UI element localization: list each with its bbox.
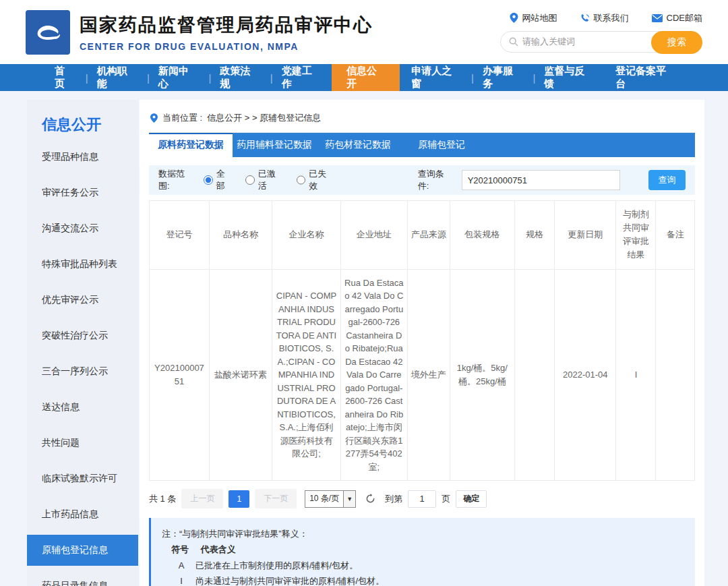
sidebar-item-marketed-drugs[interactable]: 上市药品信息	[27, 499, 138, 530]
nav-item-applicant-window[interactable]: 申请人之窗	[400, 64, 471, 91]
radio-all-label: 全部	[216, 168, 234, 192]
breadcrumb-pin-icon	[150, 113, 158, 123]
site-title: 国家药品监督管理局药品审评中心	[80, 13, 373, 37]
radio-activated[interactable]: 已激活	[245, 168, 284, 192]
tab-raw-aux-pack[interactable]: 原辅包登记	[400, 133, 483, 157]
tab-bar: 原料药登记数据 药用辅料登记数据 药包材登记数据 原辅包登记	[149, 133, 695, 157]
breadcrumb: 当前位置 : 信息公开 > > 原辅包登记信息	[149, 108, 695, 133]
sidebar-item-communication[interactable]: 沟通交流公示	[27, 213, 138, 244]
query-label: 查询条件:	[418, 168, 455, 192]
cell-joint-review-result: I	[616, 269, 656, 481]
col-spec: 规格	[514, 201, 554, 270]
query-input[interactable]	[462, 170, 620, 190]
nav-item-functions[interactable]: 机构职能	[86, 64, 147, 91]
nav-item-news[interactable]: 新闻中心	[147, 64, 208, 91]
col-company-address: 企业地址	[340, 201, 407, 270]
note-col-meaning: 代表含义	[201, 544, 236, 554]
cell-update-date: 2022-01-04	[555, 269, 616, 481]
refresh-icon	[365, 494, 375, 504]
nav-item-policies[interactable]: 政策法规	[208, 64, 270, 91]
cell-packaging-spec: 1kg/桶。5kg/桶。25kg/桶	[450, 269, 514, 481]
note-entry-i: I 尚未通过与制剂共同审评审批的原料/辅料/包材。	[162, 573, 684, 586]
col-variety-name: 品种名称	[209, 201, 272, 270]
goto-page-input[interactable]	[408, 490, 436, 508]
nav-item-home[interactable]: 首页	[43, 64, 86, 91]
location-pin-icon	[510, 13, 518, 23]
sidebar-title: 信息公开	[27, 115, 138, 135]
note-title: 注：“与制剂共同审评审批结果”释义：	[162, 526, 684, 541]
confirm-button[interactable]: 确定	[456, 490, 487, 508]
nav-item-services[interactable]: 办事服务	[471, 64, 533, 91]
sitemap-link[interactable]: 网站地图	[510, 12, 557, 24]
sidebar-item-review-tasks[interactable]: 审评任务公示	[27, 177, 138, 208]
cell-remarks	[656, 269, 695, 481]
content-band: 信息公开 受理品种信息 审评任务公示 沟通交流公示 特殊审批品种列表 优先审评公…	[0, 91, 728, 586]
sidebar-item-priority-review[interactable]: 优先审评公示	[27, 285, 138, 316]
sidebar-item-breakthrough-therapy[interactable]: 突破性治疗公示	[27, 320, 138, 351]
tab-api-registration[interactable]: 原料药登记数据	[149, 133, 233, 157]
sidebar-item-raw-material-registration[interactable]: 原辅包登记信息	[27, 535, 138, 566]
main-nav: 首页 机构职能 新闻中心 政策法规 党建工作 信息公开 申请人之窗 办事服务 监…	[0, 64, 728, 91]
nav-item-registration-platform[interactable]: 登记备案平台	[604, 64, 685, 91]
note-col-symbol: 符号	[171, 544, 189, 554]
note-columns: 符号 代表含义	[162, 541, 684, 557]
phone-icon	[580, 13, 590, 23]
goto-label: 到第	[385, 493, 402, 505]
sidebar-item-accepted-varieties[interactable]: 受理品种信息	[27, 142, 138, 173]
page-1-button[interactable]: 1	[229, 490, 249, 508]
sidebar-item-common-issues[interactable]: 共性问题	[27, 428, 138, 459]
radio-expired[interactable]: 已失效	[297, 168, 335, 192]
breadcrumb-prefix: 当前位置 :	[162, 112, 202, 124]
nav-item-party[interactable]: 党建工作	[270, 64, 332, 91]
note-box: 注：“与制剂共同审评审批结果”释义： 符号 代表含义 A 已批准在上市制剂使用的…	[149, 518, 695, 586]
note-symbol-i: I	[177, 573, 186, 586]
note-meaning-i: 尚未通过与制剂共同审评审批的原料/辅料/包材。	[195, 573, 384, 586]
mailbox-label: CDE邮箱	[667, 12, 702, 24]
mailbox-link[interactable]: CDE邮箱	[652, 12, 702, 24]
radio-expired-input[interactable]	[297, 175, 306, 185]
sidebar: 信息公开 受理品种信息 审评任务公示 沟通交流公示 特殊审批品种列表 优先审评公…	[27, 100, 138, 586]
envelope-icon	[652, 14, 663, 22]
site-header: 国家药品监督管理局药品审评中心 CENTER FOR DRUG EVALUATI…	[0, 0, 728, 64]
tab-excipient-registration[interactable]: 药用辅料登记数据	[233, 133, 316, 157]
total-count: 共 1 条	[149, 493, 176, 505]
results-table: 登记号 品种名称 企业名称 企业地址 产品来源 包装规格 规格 更新日期 与制剂…	[149, 200, 695, 481]
pagination: 共 1 条 上一页 1 下一页 10 条/页 ▼ 到第 页 确定	[149, 489, 695, 508]
nav-item-supervision[interactable]: 监督与反馈	[533, 64, 604, 91]
prev-page-button[interactable]: 上一页	[181, 489, 223, 508]
table-header-row: 登记号 品种名称 企业名称 企业地址 产品来源 包装规格 规格 更新日期 与制剂…	[150, 201, 695, 270]
sidebar-item-clinical-trial-license[interactable]: 临床试验默示许可	[27, 463, 138, 494]
refresh-button[interactable]	[365, 494, 375, 504]
note-symbol-a: A	[177, 558, 186, 573]
page-size-select[interactable]: 10 条/页 ▼	[305, 490, 356, 508]
search-icon	[509, 37, 518, 47]
sidebar-item-delivery-info[interactable]: 送达信息	[27, 392, 138, 423]
page-unit-label: 页	[442, 493, 450, 505]
radio-expired-label: 已失效	[309, 168, 334, 192]
col-packaging-spec: 包装规格	[450, 201, 514, 270]
radio-activated-input[interactable]	[245, 175, 255, 185]
cde-logo-icon	[30, 15, 65, 50]
cell-company-address: Rua Da Estacao 42 Vala Do Carregado Port…	[340, 269, 407, 481]
radio-all[interactable]: 全部	[204, 168, 233, 192]
nav-item-info-disclosure[interactable]: 信息公开	[332, 64, 400, 91]
note-meaning-a: 已批准在上市制剂使用的原料/辅料/包材。	[195, 558, 358, 573]
sidebar-item-special-approval[interactable]: 特殊审批品种列表	[27, 249, 138, 280]
sitemap-label: 网站地图	[522, 12, 557, 24]
radio-activated-label: 已激活	[258, 168, 284, 192]
sidebar-item-three-in-one[interactable]: 三合一序列公示	[27, 356, 138, 387]
search-button[interactable]: 搜索	[651, 31, 702, 54]
radio-all-input[interactable]	[204, 175, 213, 185]
query-button[interactable]: 查询	[648, 170, 686, 190]
brand-block: 国家药品监督管理局药品审评中心 CENTER FOR DRUG EVALUATI…	[80, 13, 373, 52]
chevron-down-icon: ▼	[343, 491, 355, 507]
cell-registration-no: Y20210000751	[150, 269, 210, 481]
tab-packaging-registration[interactable]: 药包材登记数据	[316, 133, 400, 157]
next-page-button[interactable]: 下一页	[255, 489, 297, 508]
col-company-name: 企业名称	[272, 201, 341, 270]
sidebar-item-drug-catalog[interactable]: 药品目录集信息	[27, 570, 138, 586]
col-joint-review-result: 与制剂共同审评审批结果	[616, 201, 656, 270]
contact-label: 联系我们	[594, 12, 629, 24]
main-panel: 当前位置 : 信息公开 > > 原辅包登记信息 原料药登记数据 药用辅料登记数据…	[140, 100, 704, 586]
contact-link[interactable]: 联系我们	[580, 12, 629, 24]
